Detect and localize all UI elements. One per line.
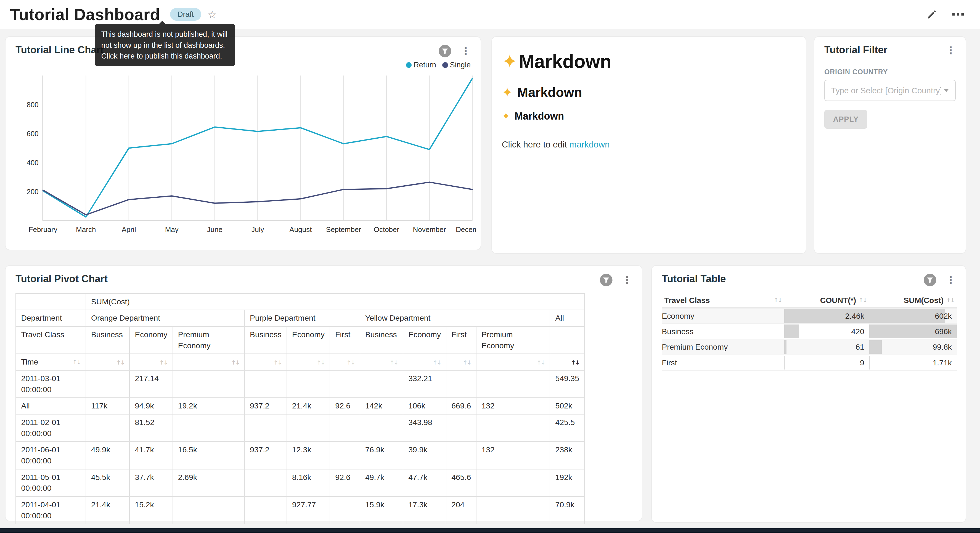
pivot-cell: 19.2k xyxy=(173,398,245,414)
pivot-row-label: 2011-05-01 00:00:00 xyxy=(16,469,86,496)
kebab-menu-icon[interactable]: ⋮ xyxy=(944,44,957,57)
sort-icon[interactable]: ↑↓ xyxy=(347,359,355,366)
kebab-menu-icon[interactable]: ⋮ xyxy=(620,274,633,286)
bottom-bar xyxy=(0,528,980,533)
pivot-col-header: First xyxy=(446,326,476,354)
legend-dot-icon xyxy=(442,62,448,68)
pivot-cell xyxy=(173,414,245,442)
sort-icon[interactable]: ↑↓ xyxy=(773,297,782,303)
line-chart-card-header: Tutorial Line Chart ⋮ xyxy=(6,37,480,58)
count-cell: 420 xyxy=(784,324,869,339)
column-header-travel-class[interactable]: Travel Class↑↓ xyxy=(662,293,784,308)
line-chart-legend: ReturnSingle xyxy=(406,61,471,69)
results-table-body: Economy2.46k602kBusiness420696kPremium E… xyxy=(662,308,957,370)
filter-indicator-icon[interactable] xyxy=(438,44,452,58)
sort-icon[interactable]: ↑↓ xyxy=(433,359,441,366)
filter-indicator-icon[interactable] xyxy=(923,273,937,287)
legend-label: Return xyxy=(414,61,436,69)
pivot-row: 2011-02-01 00:00:0081.52343.98425.5 xyxy=(16,414,584,442)
pivot-row-axis-label: Time↑↓ xyxy=(16,354,86,370)
pivot-cell: 142k xyxy=(360,398,403,414)
kebab-menu-icon[interactable]: ⋮ xyxy=(459,45,472,57)
chevron-down-icon xyxy=(944,89,949,92)
sort-icon[interactable]: ↑↓ xyxy=(116,359,124,366)
edit-pencil-icon[interactable] xyxy=(926,9,937,20)
pivot-sort-cell: ↑↓ xyxy=(550,354,584,370)
pivot-corner-cell xyxy=(16,294,86,310)
sort-icon[interactable]: ↑↓ xyxy=(159,359,167,366)
origin-country-select[interactable]: Type or Select [Origin Country] xyxy=(824,80,956,101)
markdown-h2: ✦Markdown xyxy=(502,85,796,100)
pivot-col-header: Business xyxy=(245,326,287,354)
sort-icon[interactable]: ↑↓ xyxy=(390,359,398,366)
pivot-card-header: Tutorial Pivot Chart ⋮ xyxy=(6,266,642,287)
table-row[interactable]: Premium Economy6199.8k xyxy=(662,339,957,354)
sort-icon[interactable]: ↑↓ xyxy=(231,359,239,366)
sort-icon[interactable]: ↑↓ xyxy=(72,358,81,366)
column-header-sum-cost[interactable]: SUM(Cost)↑↓ xyxy=(869,293,957,308)
filter-title: Tutorial Filter xyxy=(824,44,888,56)
sort-icon[interactable]: ↑↓ xyxy=(273,359,282,366)
pivot-cell: 117k xyxy=(86,398,129,414)
pivot-cell: 39.9k xyxy=(403,442,446,469)
pivot-cell: 21.4k xyxy=(86,496,129,524)
pivot-row-label: 2011-04-01 00:00:00 xyxy=(16,496,86,524)
pivot-col-header: Economy xyxy=(287,326,330,354)
pivot-cell: 502k xyxy=(550,398,584,414)
pivot-sort-cell: ↑↓ xyxy=(476,354,550,370)
markdown-edit-link[interactable]: markdown xyxy=(570,139,610,149)
table-row[interactable]: First91.71k xyxy=(662,355,957,370)
pivot-cell xyxy=(245,469,287,496)
svg-text:400: 400 xyxy=(27,158,39,167)
pivot-table-wrap: SUM(Cost)DepartmentOrange DepartmentPurp… xyxy=(6,287,642,530)
table-row[interactable]: Business420696k xyxy=(662,324,957,339)
pivot-cell xyxy=(86,414,129,442)
sort-icon[interactable]: ↑↓ xyxy=(317,359,325,366)
pivot-cell: 132 xyxy=(476,398,550,414)
kebab-menu-icon[interactable]: ⋮ xyxy=(944,274,957,286)
pivot-sort-cell: ↑↓ xyxy=(330,354,360,370)
sort-icon[interactable]: ↑↓ xyxy=(463,359,471,366)
pivot-chart-card: Tutorial Pivot Chart ⋮ SUM(Cost)Departme… xyxy=(5,265,643,522)
pivot-cell: 70.9k xyxy=(550,496,584,524)
pivot-row-label: 2011-03-01 00:00:00 xyxy=(16,370,86,398)
count-cell: 9 xyxy=(784,355,869,370)
pivot-subcol-row: Travel ClassBusinessEconomyPremium Econo… xyxy=(16,326,584,354)
pivot-group-row: DepartmentOrange DepartmentPurple Depart… xyxy=(16,310,584,326)
pivot-col-header: Business xyxy=(86,326,129,354)
pivot-cell: 343.98 xyxy=(403,414,446,442)
draft-badge[interactable]: Draft xyxy=(170,8,201,21)
count-cell: 61 xyxy=(784,339,869,354)
sort-icon[interactable]: ↑↓ xyxy=(946,297,955,303)
pivot-sort-cell: ↑↓ xyxy=(86,354,129,370)
pivot-cell xyxy=(446,442,476,469)
sparkles-icon: ✦ xyxy=(502,85,513,100)
filter-indicator-icon[interactable] xyxy=(599,273,613,287)
apply-button[interactable]: APPLY xyxy=(824,110,867,129)
pivot-cell: 425.5 xyxy=(550,414,584,442)
pivot-cell: 238k xyxy=(550,442,584,469)
pivot-row-label: 2011-06-01 00:00:00 xyxy=(16,442,86,469)
pivot-group-header: Purple Department xyxy=(245,310,360,326)
pivot-cell xyxy=(330,370,360,398)
legend-item[interactable]: Single xyxy=(442,61,471,69)
tooltip-text: This dashboard is not published, it will… xyxy=(101,30,228,60)
sort-icon[interactable]: ↑↓ xyxy=(859,297,867,303)
table-row[interactable]: Economy2.46k602k xyxy=(662,308,957,324)
header-more-icon[interactable]: ⋯ xyxy=(951,11,965,18)
pivot-cell: 106k xyxy=(403,398,446,414)
pivot-cell xyxy=(360,370,403,398)
sort-icon[interactable]: ↑↓ xyxy=(537,359,545,366)
pivot-cell xyxy=(173,370,245,398)
pivot-cell: 549.35 xyxy=(550,370,584,398)
pivot-cell xyxy=(330,442,360,469)
card-icons: ⋮ xyxy=(599,273,633,287)
column-header-count[interactable]: COUNT(*)↑↓ xyxy=(784,293,869,308)
favorite-star-icon[interactable]: ☆ xyxy=(208,8,217,21)
travel-class-cell: Economy xyxy=(662,308,784,324)
legend-item[interactable]: Return xyxy=(406,61,436,69)
unpublished-tooltip[interactable]: This dashboard is not published, it will… xyxy=(95,24,235,66)
filter-field-label: ORIGIN COUNTRY xyxy=(824,68,956,76)
sparkles-icon: ✦ xyxy=(502,110,510,122)
sort-icon[interactable]: ↑↓ xyxy=(571,359,579,366)
